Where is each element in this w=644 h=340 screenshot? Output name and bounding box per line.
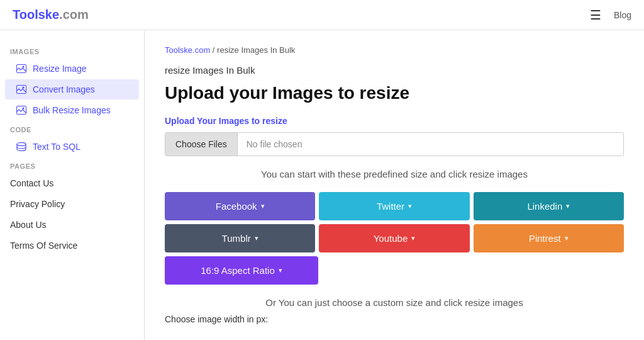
- sidebar-item-convert-images[interactable]: Convert Images: [5, 79, 139, 99]
- logo-blue: Toolske: [13, 8, 59, 21]
- facebook-dropdown-icon: ▾: [261, 202, 265, 210]
- twitter-dropdown-icon: ▾: [408, 202, 412, 210]
- predefined-text: You can start with these predefined size…: [165, 169, 624, 179]
- sidebar-section-pages: PAGES: [0, 157, 144, 173]
- blog-link[interactable]: Blog: [614, 10, 631, 20]
- sidebar-section-images: IMAGES: [0, 43, 144, 58]
- breadcrumb-sep: /: [210, 45, 217, 55]
- image-icon: [15, 64, 28, 74]
- ratio-button-container: 16:9 Aspect Ratio ▾: [165, 256, 318, 285]
- hamburger-icon[interactable]: ☰: [590, 8, 601, 23]
- linkedin-dropdown-icon: ▾: [566, 202, 570, 210]
- db-icon: [15, 142, 28, 152]
- platform-buttons-row2: Tumblr ▾ Youtube ▾ Pintrest ▾: [165, 224, 624, 252]
- breadcrumb-site: Toolske.com: [165, 45, 210, 55]
- breadcrumb-page: resize Images In Bulk: [217, 45, 295, 55]
- sidebar-item-about-us[interactable]: About Us: [0, 215, 144, 235]
- page-title: Upload your Images to resize: [165, 83, 624, 103]
- image-icon-2: [15, 84, 28, 94]
- privacy-policy-label: Privacy Policy: [10, 199, 65, 209]
- ratio-label: 16:9 Aspect Ratio: [201, 265, 275, 276]
- about-us-label: About Us: [10, 220, 47, 230]
- facebook-button[interactable]: Facebook ▾: [165, 192, 315, 220]
- contact-us-label: Contact Us: [10, 178, 53, 188]
- tumblr-dropdown-icon: ▾: [255, 234, 258, 242]
- sidebar-item-text-to-sql[interactable]: Text To SQL: [5, 137, 139, 157]
- ratio-button[interactable]: 16:9 Aspect Ratio ▾: [165, 256, 318, 285]
- logo-gray: .com: [59, 8, 89, 21]
- ratio-dropdown-icon: ▾: [279, 266, 282, 275]
- layout: IMAGES Resize Image Convert Images: [0, 30, 644, 340]
- facebook-label: Facebook: [216, 201, 257, 212]
- sidebar-item-sql-label: Text To SQL: [33, 142, 80, 152]
- youtube-dropdown-icon: ▾: [411, 234, 415, 242]
- linkedin-button[interactable]: Linkedin ▾: [474, 192, 624, 220]
- sidebar-item-resize-image[interactable]: Resize Image: [5, 59, 139, 79]
- site-logo: Toolske.com: [13, 8, 89, 22]
- sidebar-item-bulk-label: Bulk Resize Images: [33, 105, 111, 115]
- linkedin-label: Linkedin: [527, 201, 562, 212]
- sidebar-item-convert-label: Convert Images: [33, 84, 95, 94]
- sidebar-item-resize-label: Resize Image: [33, 64, 87, 74]
- tumblr-label: Tumblr: [222, 233, 251, 244]
- page-header: resize Images In Bulk: [165, 65, 624, 76]
- image-icon-3: [15, 105, 28, 115]
- custom-width-label: Choose image width in px:: [165, 314, 624, 324]
- youtube-label: Youtube: [374, 233, 408, 244]
- no-file-label: No file chosen: [238, 133, 311, 156]
- pinterest-button[interactable]: Pintrest ▾: [474, 224, 624, 252]
- sidebar: IMAGES Resize Image Convert Images: [0, 30, 145, 340]
- breadcrumb: Toolske.com / resize Images In Bulk: [165, 45, 624, 55]
- tumblr-button[interactable]: Tumblr ▾: [165, 224, 315, 252]
- pinterest-dropdown-icon: ▾: [565, 234, 569, 242]
- custom-size-text: Or You can just choose a custom size and…: [165, 297, 624, 308]
- sidebar-item-privacy-policy[interactable]: Privacy Policy: [0, 194, 144, 214]
- main-content: Toolske.com / resize Images In Bulk resi…: [145, 30, 644, 340]
- youtube-button[interactable]: Youtube ▾: [319, 224, 469, 252]
- twitter-label: Twitter: [377, 201, 404, 212]
- twitter-button[interactable]: Twitter ▾: [319, 192, 469, 220]
- terms-label: Terms Of Service: [10, 241, 77, 251]
- file-input-container: Choose Files No file chosen: [165, 132, 624, 156]
- header: Toolske.com ☰ Blog: [0, 0, 644, 30]
- svg-point-3: [23, 87, 25, 89]
- upload-section-label: Upload Your Images to resize: [165, 116, 624, 126]
- svg-point-1: [23, 66, 25, 68]
- svg-point-6: [17, 143, 26, 146]
- sidebar-item-bulk-resize[interactable]: Bulk Resize Images: [5, 100, 139, 120]
- sidebar-item-terms-of-service[interactable]: Terms Of Service: [0, 235, 144, 256]
- svg-point-5: [23, 108, 25, 110]
- pinterest-label: Pintrest: [529, 233, 561, 244]
- sidebar-section-code: CODE: [0, 121, 144, 136]
- choose-files-button[interactable]: Choose Files: [165, 133, 238, 156]
- sidebar-item-contact-us[interactable]: Contact Us: [0, 173, 144, 193]
- platform-buttons-row1: Facebook ▾ Twitter ▾ Linkedin ▾: [165, 192, 624, 220]
